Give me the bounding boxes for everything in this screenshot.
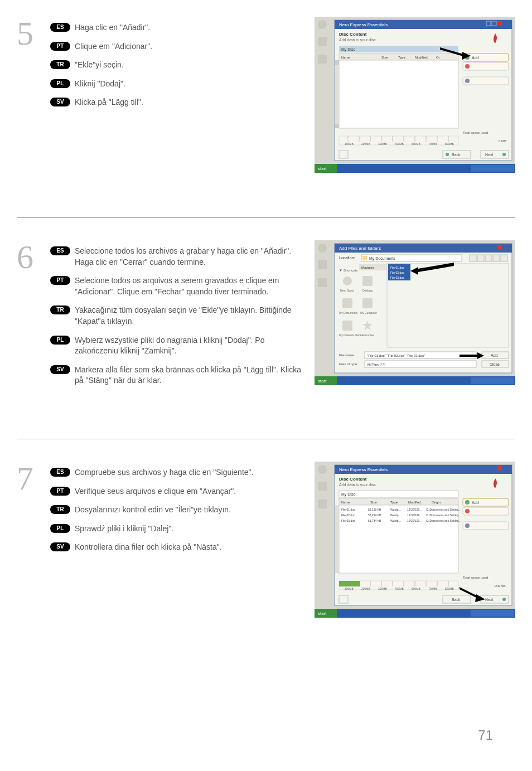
svg-rect-26	[335, 60, 339, 65]
svg-point-32	[465, 64, 470, 69]
svg-text:700MB: 700MB	[428, 142, 438, 146]
svg-rect-11	[497, 21, 502, 26]
svg-text:File name:: File name:	[339, 353, 355, 357]
lang-line-sv: SV Klicka på "Lägg till".	[50, 97, 303, 108]
badge-tr: TR	[50, 505, 70, 514]
svg-point-194	[502, 598, 506, 601]
svg-point-165	[465, 509, 470, 513]
text-tr: Dosyalarınızı kontrol edin ve "İleri"ye …	[75, 505, 231, 516]
step-7-lines: ES Compruebe sus archivos y haga clic en…	[50, 462, 303, 561]
svg-rect-97	[362, 276, 373, 286]
text-pl: Wybierz wszystkie pliki do nagrania i kl…	[75, 335, 303, 357]
svg-text:Add Files and folders: Add Files and folders	[339, 246, 381, 251]
svg-text:400MB: 400MB	[395, 587, 404, 590]
svg-text:Size: Size	[370, 501, 377, 504]
svg-text:Nero Scout: Nero Scout	[340, 289, 355, 292]
step-7: 7 ES Compruebe sus archivos y haga clic …	[17, 462, 515, 640]
lang-line-tr: TR Yakacağınız tüm dosyaları seçin ve "E…	[50, 305, 303, 327]
svg-text:My Disc: My Disc	[341, 492, 355, 497]
text-es: Haga clic en "Añadir".	[75, 22, 150, 33]
svg-text:Nero Express Essentials: Nero Express Essentials	[339, 22, 388, 27]
svg-text:Or: Or	[436, 56, 440, 59]
text-pt: Clique em "Adicionar".	[75, 41, 152, 52]
svg-point-95	[343, 277, 352, 285]
svg-text:Total space used: Total space used	[463, 131, 488, 134]
svg-text:Next: Next	[485, 598, 493, 602]
svg-text:Add data to your disc.: Add data to your disc.	[339, 483, 377, 487]
text-pt: Verifique seus arquivos e clique em "Ava…	[75, 486, 236, 497]
lang-line-es: ES Compruebe sus archivos y haga clic en…	[50, 467, 303, 478]
lang-line-pl: PL Kliknij "Dodaj".	[50, 79, 303, 90]
svg-point-5	[318, 20, 327, 29]
screenshot-6: start Add Files and folders Location: My…	[315, 240, 515, 385]
svg-rect-80	[470, 255, 476, 261]
step-5-lines: ES Haga clic en "Añadir". PT Clique em "…	[50, 17, 303, 116]
svg-point-61	[502, 153, 506, 156]
svg-point-57	[446, 153, 449, 156]
svg-text:C:\Documents and Setting...: C:\Documents and Setting...	[426, 513, 461, 517]
step-6: 6 ES Seleccione todos los archivos a gra…	[17, 240, 515, 416]
svg-text:500MB: 500MB	[412, 142, 421, 146]
svg-text:100MB: 100MB	[345, 587, 354, 590]
svg-rect-68	[471, 377, 514, 384]
svg-text:Name: Name	[341, 56, 351, 59]
badge-sv: SV	[50, 542, 70, 551]
svg-rect-6	[318, 37, 327, 46]
badge-sv: SV	[50, 365, 70, 374]
svg-point-69	[318, 244, 327, 253]
svg-text:200MB: 200MB	[361, 142, 371, 146]
text-pl: Kliknij "Dodaj".	[75, 79, 125, 90]
text-pl: Sprawdź pliki i kliknij "Dalej".	[75, 523, 173, 535]
svg-rect-161	[463, 498, 509, 506]
svg-text:File 02.doc: File 02.doc	[341, 513, 355, 517]
badge-pl: PL	[50, 336, 70, 345]
badge-es: ES	[50, 23, 70, 32]
svg-text:12/30/199...: 12/30/199...	[407, 519, 422, 522]
svg-text:400MB: 400MB	[395, 142, 404, 146]
svg-text:File 03.doc: File 03.doc	[341, 519, 355, 522]
svg-text:Shortcuts: Shortcuts	[344, 269, 357, 272]
svg-text:Desktop: Desktop	[362, 289, 373, 292]
svg-text:Add: Add	[491, 353, 498, 357]
svg-text:Type: Type	[398, 56, 406, 59]
badge-tr: TR	[50, 306, 70, 314]
svg-text:My Documents: My Documents	[339, 311, 358, 314]
svg-point-127	[318, 465, 327, 474]
svg-text:500MB: 500MB	[412, 587, 421, 590]
svg-text:Location:: Location:	[339, 256, 355, 260]
lang-line-es: ES Haga clic en "Añadir".	[50, 22, 303, 33]
svg-text:Wordp...: Wordp...	[390, 519, 401, 522]
svg-rect-103	[342, 321, 352, 331]
svg-text:Nero Express Essentials: Nero Express Essentials	[339, 467, 388, 472]
svg-text:Modified: Modified	[408, 501, 421, 504]
svg-text:Next: Next	[485, 153, 493, 157]
svg-text:My Network Places: My Network Places	[339, 333, 363, 337]
svg-text:File 01.doc: File 01.doc	[341, 508, 355, 511]
svg-rect-31	[463, 62, 509, 70]
svg-rect-133	[497, 466, 502, 471]
text-tr: "Ekle"yi seçin.	[75, 60, 124, 71]
lang-line-sv: SV Kontrollera dina filer och klicka på …	[50, 542, 303, 553]
svg-text:"File 01.doc" "File 02.doc" "F: "File 01.doc" "File 02.doc" "File 03.doc…	[367, 354, 425, 357]
svg-text:Favorites: Favorites	[362, 333, 374, 337]
svg-text:Wordp...: Wordp...	[390, 508, 401, 511]
svg-text:0 MB: 0 MB	[499, 139, 506, 143]
svg-rect-4	[471, 165, 514, 172]
badge-pt: PT	[50, 276, 70, 285]
svg-text:Back: Back	[452, 153, 461, 157]
svg-rect-84	[501, 255, 507, 261]
text-sv: Klicka på "Lägg till".	[75, 97, 143, 108]
svg-text:File 02.doc: File 02.doc	[390, 271, 404, 274]
svg-point-34	[465, 79, 470, 83]
svg-text:start: start	[318, 166, 327, 171]
svg-rect-126	[471, 610, 514, 617]
badge-pt: PT	[50, 487, 70, 496]
step-number: 5	[17, 17, 39, 50]
svg-text:Add data to your disc.: Add data to your disc.	[339, 38, 377, 42]
svg-text:Disc Content: Disc Content	[339, 477, 367, 482]
svg-rect-55	[339, 151, 348, 158]
svg-text:start: start	[318, 611, 327, 616]
svg-text:Files of type:: Files of type:	[339, 362, 358, 366]
lang-line-es: ES Seleccione todos los archivos a graba…	[50, 246, 303, 268]
svg-rect-13	[486, 21, 491, 26]
